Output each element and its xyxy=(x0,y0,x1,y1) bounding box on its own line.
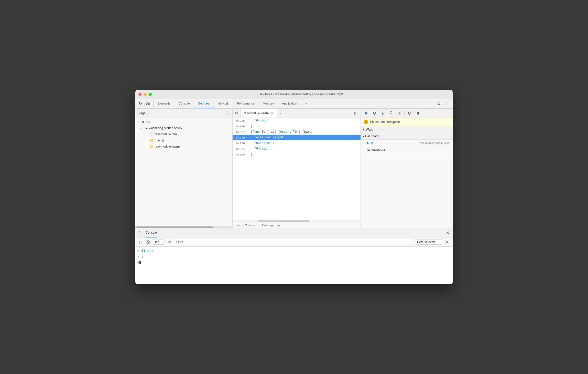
line-code-039: local.get $input xyxy=(247,136,284,139)
settings-icon[interactable]: ⚙ xyxy=(435,100,442,107)
tab-sources[interactable]: Sources xyxy=(194,99,213,108)
console-filter-input[interactable] xyxy=(174,239,413,245)
more-options-icon[interactable]: ⋮ xyxy=(443,100,451,107)
console-output: > $input < 4 > xyxy=(135,247,453,284)
console-section: ⋮ Console ✕ ▷ top ▾ xyxy=(135,228,453,284)
editor-run-button[interactable]: ▷ xyxy=(352,110,360,117)
console-close-button[interactable]: ✕ xyxy=(444,230,451,236)
tab-performance[interactable]: Performance xyxy=(233,99,259,108)
console-levels-arrow: ▾ xyxy=(439,241,441,243)
sidebar-more[interactable]: » xyxy=(148,112,149,115)
maximize-button[interactable] xyxy=(149,93,152,96)
editor-tabs: ⊡ raw-module.wasm × » ▷ xyxy=(233,109,361,118)
line-code-037: (func $b (;1;) (export "b") (para xyxy=(247,130,311,134)
tab-network[interactable]: Network xyxy=(213,99,233,108)
code-line-036: 0x036 ) xyxy=(233,123,361,129)
tree-label-html: raw-module.html xyxy=(155,132,178,136)
step-into-button[interactable] xyxy=(379,110,386,117)
tree-label-top: top xyxy=(146,120,150,124)
tree-label-mainjs: main.js xyxy=(155,139,165,142)
tree-label-wasm: wasm-dbg-stories.netlify xyxy=(149,126,182,130)
devtools-body: Elements Console Sources Network Perform… xyxy=(135,99,453,284)
editor-scrollbar xyxy=(233,220,361,222)
step-out-button[interactable] xyxy=(387,110,395,117)
tree-arrow-wasm: ▾ xyxy=(140,127,144,130)
watch-header[interactable]: ▶ Watch xyxy=(361,126,453,133)
svg-point-10 xyxy=(169,242,170,243)
console-line-output: < 4 xyxy=(135,254,453,260)
console-menu-dots[interactable]: ⋮ xyxy=(137,230,144,235)
sidebar-dots[interactable]: ⋮ xyxy=(225,111,229,116)
breakpoint-notice: i Paused on breakpoint xyxy=(361,118,453,126)
line-code-035: f64.add xyxy=(247,119,267,122)
line-addr-037: 0x037 xyxy=(234,130,247,134)
editor-position: Line 8, Column 1 xyxy=(236,224,257,227)
svg-rect-5 xyxy=(417,112,418,115)
console-eye-button[interactable] xyxy=(166,239,172,245)
device-toolbar-icon[interactable] xyxy=(145,101,151,107)
close-button[interactable] xyxy=(138,93,141,96)
tree-item-html[interactable]: 📄 raw-module.html xyxy=(135,131,232,137)
callstack-active-arrow: ▶ xyxy=(367,141,369,145)
console-levels-selector[interactable]: Default levels ▾ xyxy=(415,240,442,245)
tree-item-wasm[interactable]: 📁 raw-module.wasm xyxy=(135,143,232,150)
sidebar-scrollbar xyxy=(135,226,232,228)
svg-rect-0 xyxy=(147,103,149,105)
editor-toggle-icon[interactable]: ⊡ xyxy=(233,109,241,118)
step-over-button[interactable] xyxy=(371,110,378,117)
folder-icon-top: 🖥 xyxy=(141,120,145,124)
tree-item-wasm-dbg[interactable]: ▾ ☁ wasm-dbg-stories.netlify xyxy=(135,125,232,131)
resume-button[interactable] xyxy=(363,110,370,117)
cloud-icon: ☁ xyxy=(145,126,148,130)
inspect-icon[interactable] xyxy=(137,101,144,107)
editor-tab-wasm[interactable]: raw-module.wasm × xyxy=(241,109,277,118)
callstack-item-b[interactable]: ▶ b raw-module.wasm:0x39 xyxy=(361,140,453,146)
file-icon-mainjs: 📁 xyxy=(150,139,154,142)
line-code-03b: f64.const 2 xyxy=(247,141,275,145)
tab-application[interactable]: Application xyxy=(278,99,301,108)
line-addr-044: 0x044 xyxy=(234,147,247,151)
svg-rect-2 xyxy=(365,112,366,115)
sidebar-scrollbar-thumb xyxy=(135,226,213,228)
titlebar: DevTools - wasm-dbg-stories.netlify.app/… xyxy=(135,90,453,99)
toolbar-separator xyxy=(404,111,405,116)
step-button[interactable] xyxy=(396,110,403,117)
console-cursor xyxy=(139,261,141,264)
tab-console[interactable]: Console xyxy=(175,99,194,108)
pause-on-exceptions-button[interactable] xyxy=(414,110,421,117)
console-tab[interactable]: Console xyxy=(146,228,157,237)
tabs-more[interactable]: » xyxy=(301,99,311,108)
tree-item-top[interactable]: ▾ 🖥 top xyxy=(135,119,232,125)
deactivate-breakpoints-button[interactable] xyxy=(406,110,413,117)
console-settings-button[interactable] xyxy=(443,238,451,246)
editor-tab-close[interactable]: × xyxy=(270,111,274,115)
tree-label-wasm: raw-module.wasm xyxy=(155,145,180,148)
console-prompt-right: > xyxy=(137,249,139,253)
editor-body[interactable]: 0x035 f64.add 0x036 ) 0x037 (func $b (;1… xyxy=(233,118,361,220)
console-line-input: > $input xyxy=(135,248,453,254)
sidebar: Page » ⋮ ▾ 🖥 top ▾ ☁ wasm-dbg-stories.ne… xyxy=(135,109,233,228)
code-line-035: 0x035 f64.add xyxy=(233,118,361,123)
code-line-03b: 0x03b f64.const 2 xyxy=(233,140,361,146)
console-active-input[interactable]: > xyxy=(135,260,453,265)
callstack-label: Call Stack xyxy=(365,134,379,138)
console-context-selector[interactable]: top ▾ xyxy=(153,240,165,245)
console-clear-button[interactable] xyxy=(145,239,151,245)
traffic-lights xyxy=(138,93,152,96)
tabs-list: Elements Console Sources Network Perform… xyxy=(154,99,433,108)
sidebar-title: Page xyxy=(138,111,146,115)
console-run-button[interactable]: ▷ xyxy=(137,239,144,245)
console-active-prompt: > xyxy=(137,261,139,264)
watch-arrow: ▶ xyxy=(363,128,365,131)
callstack-anon-label: (anonymous) xyxy=(367,148,385,151)
minimize-button[interactable] xyxy=(144,93,147,96)
debugger-sections: ▶ Watch ▾ Call Stack ▶ b raw-module.wasm… xyxy=(361,126,453,228)
editor-tab-more[interactable]: » xyxy=(277,109,283,118)
callstack-item-anon[interactable]: (anonymous) xyxy=(361,146,453,153)
tab-elements[interactable]: Elements xyxy=(154,99,175,108)
callstack-header[interactable]: ▾ Call Stack xyxy=(361,133,453,140)
tab-memory[interactable]: Memory xyxy=(259,99,278,108)
svg-rect-6 xyxy=(418,112,419,115)
tree-item-mainjs[interactable]: 📁 main.js xyxy=(135,137,232,143)
breakpoint-message: Paused on breakpoint xyxy=(370,120,400,124)
